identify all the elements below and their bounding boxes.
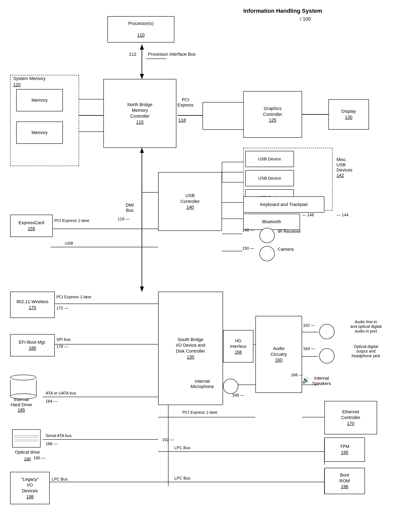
lpc-bus-right2-label: LPC Bus [174, 476, 190, 481]
audio-line-in-label: Audio line-inand optical digitalaudio in… [337, 320, 394, 334]
pci-express-ref: 118 [178, 117, 186, 123]
diagram-title: Information Handling System [243, 8, 322, 14]
ata-bus-ref: 184 — [45, 399, 58, 404]
hd-interface-box: HDInterface158 [223, 330, 253, 362]
spi-bus-label: SPI bus [56, 337, 71, 342]
expresscard-box: ExpressCard155 [10, 215, 53, 237]
processor-interface-bus-label: Processor Interface Bus [148, 52, 196, 57]
ref-162-label: 162 — [303, 323, 315, 328]
legacy-io-box: "Legacy"I/ODevices198 [10, 472, 50, 504]
audio-line-in-icon [319, 324, 335, 339]
svg-marker-14 [140, 286, 144, 292]
tpm-box: TPM195 [324, 437, 365, 462]
boot-rom-box: BootROM196 [324, 468, 365, 494]
ethernet-controller-box: EthernetController170 [324, 401, 377, 434]
dmi-bus-ref: 119 — [117, 217, 130, 221]
diagram-container: Information Handling System / 100 Proces… [0, 0, 402, 532]
optical-drive-shape [12, 429, 40, 448]
title-ref: / 100 [300, 16, 311, 22]
usb-device1-box: USB Device [245, 151, 294, 167]
audio-circuitry-box: AudioCircuitry160 [255, 316, 302, 393]
usb-label: USB [65, 241, 73, 246]
internal-hd-label: InternalHard Drive185 [2, 397, 40, 413]
ref-148-label: 148 — [242, 228, 254, 233]
svg-marker-1 [140, 74, 144, 79]
optical-drive-line1 [15, 439, 38, 439]
memory2-box: Memory [16, 121, 63, 144]
display-box: Display130 [328, 99, 369, 130]
keyboard-trackpad-box: Keyboard and Trackpad [243, 196, 324, 213]
pci-express-1lane-wifi-label: PCI Express 1-lane [56, 295, 91, 299]
pci-express-eth-label: PCI Express 1-lane [182, 410, 217, 415]
pci-express-1lane-ec-label: PCI Express 1-lane [54, 218, 89, 223]
pci-express-label: PCIExpress [177, 97, 193, 108]
ir-receiver-label: IR Receiver [278, 229, 301, 234]
camera-label: Camera [278, 247, 293, 252]
wifi-ref-172: 172 — [56, 306, 68, 310]
internal-speakers-ref: 166 — [291, 373, 303, 377]
system-memory-ref: 120 [13, 82, 21, 87]
serial-ata-ref: 188 — [45, 442, 58, 446]
camera-icon [259, 246, 275, 261]
lpc-bus-right-ref: 192 — [162, 437, 174, 442]
graphics-controller-box: GraphicsController125 [243, 91, 302, 138]
drum-bottom [10, 393, 37, 399]
processor-box: Processor(s) 110 [107, 16, 174, 43]
spi-bus-ref: 178 — [56, 344, 68, 349]
optical-drive-label: Optical drive [11, 450, 44, 455]
ata-bus-label: ATA or UATA bus [45, 391, 76, 395]
optical-output-icon [319, 348, 335, 363]
internal-mic-icon [223, 379, 238, 394]
internal-speakers-label: InternalSpeakers [312, 376, 331, 386]
usb-device2-box: USB Device [245, 170, 294, 186]
optical-190-ref: 190 — [33, 456, 45, 460]
internal-mic-ref: 168 — [232, 393, 244, 398]
processor-interface-bus-ref: 112 [129, 52, 136, 57]
svg-marker-2 [140, 44, 144, 50]
drum-top [10, 375, 37, 380]
bluetooth-box: Bluetooth [243, 214, 300, 230]
internal-speakers-icon: 🔊 [302, 377, 310, 384]
ref-150-label: 150 — [242, 246, 254, 251]
svg-marker-13 [140, 148, 144, 153]
dmi-bus-label: DMIBus [126, 203, 134, 213]
efi-boot-box: EFI-Boot Mgr.180 [10, 334, 55, 356]
internal-hd-drum [10, 375, 37, 399]
wireless-box: 802.11 Wireless175 [10, 292, 55, 318]
system-memory-label: System Memory [13, 76, 45, 81]
internal-mic-label: InternalMicrophone [191, 379, 214, 389]
ref-144: — 144 [337, 213, 349, 217]
optical-output-label: Optical digitaloutput andheadphone jack [337, 344, 394, 358]
north-bridge-box: North BridgeMemoryController115 [104, 79, 176, 148]
system-memory-box [10, 75, 79, 166]
memory1-box: Memory [16, 89, 63, 111]
serial-ata-label: Serial ATA bus [45, 433, 71, 438]
bluetooth-ref: — 146 [302, 213, 314, 217]
optical-drive-slot [15, 435, 38, 438]
misc-usb-label: Misc.USBDevices142 [337, 157, 352, 178]
ref-164-label: 164 — [303, 346, 315, 351]
lpc-bus-left-label: LPC Bus [52, 477, 68, 481]
usb-controller-box: USBController140 [158, 172, 222, 231]
optical-drive-line3 [15, 441, 38, 442]
lpc-bus-right-label: LPC Bus [174, 445, 190, 450]
ir-receiver-icon [259, 228, 275, 243]
